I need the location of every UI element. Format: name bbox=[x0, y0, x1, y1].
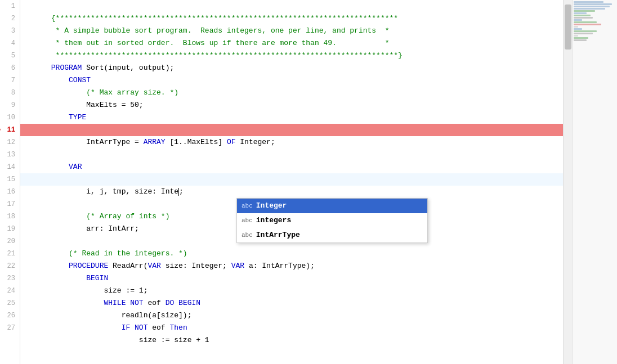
code-line-8: MaxElts = 50; bbox=[20, 87, 563, 99]
minimap-line-15 bbox=[574, 33, 593, 34]
line-num-22: 22 bbox=[2, 260, 15, 272]
minimap-line-17 bbox=[574, 37, 588, 39]
line-num-5: 5 bbox=[2, 50, 15, 62]
line-num-4: 4 bbox=[2, 37, 15, 50]
code-line-10: (* Type of the element array. *) bbox=[20, 111, 563, 124]
minimap-line-12 bbox=[574, 26, 578, 28]
code-line-1: {***************************************… bbox=[20, 0, 563, 12]
line-num-27: 27 bbox=[2, 322, 15, 334]
minimap-line-16 bbox=[574, 35, 578, 37]
code-line-26: IF NOT eof Then bbox=[20, 309, 563, 322]
minimap-line-8 bbox=[574, 17, 593, 19]
minimap-line-14 bbox=[574, 30, 597, 32]
line-num-1: 1 bbox=[2, 0, 15, 12]
code-line-9: TYPE bbox=[20, 99, 563, 111]
line-num-12: 12 bbox=[2, 136, 15, 149]
minimap-line-13 bbox=[574, 28, 582, 30]
code-line-15[interactable]: i, j, tmp, size: Inte; bbox=[20, 173, 563, 186]
minimap-content bbox=[573, 0, 617, 43]
line-num-21: 21 bbox=[2, 248, 15, 260]
code-line-23: size := 1; bbox=[20, 272, 563, 285]
editor-container: 1 2 3 4 5 6 7 8 9 10 ●11 12 13 14 15 16 … bbox=[0, 0, 617, 364]
line-num-14: 14 bbox=[2, 161, 15, 173]
line-num-26: 26 bbox=[2, 309, 15, 322]
line-numbers: 1 2 3 4 5 6 7 8 9 10 ●11 12 13 14 15 16 … bbox=[0, 0, 20, 364]
minimap-line-9 bbox=[574, 19, 582, 21]
ac-label-2: integers bbox=[256, 213, 291, 228]
line-num-10: 10 bbox=[2, 111, 15, 124]
line-num-19: 19 bbox=[2, 223, 15, 235]
code-line-3: * them out in sorted order. Blows up if … bbox=[20, 25, 563, 37]
ac-type-1: abc bbox=[242, 199, 253, 213]
ac-label-3: IntArrType bbox=[256, 228, 300, 242]
code-line-24: WHILE NOT eof DO BEGIN bbox=[20, 285, 563, 297]
line-num-3: 3 bbox=[2, 25, 15, 37]
minimap-line-1 bbox=[574, 1, 603, 3]
minimap-line-3 bbox=[574, 6, 610, 7]
line-num-15: 15 bbox=[2, 173, 15, 186]
minimap-line-7 bbox=[574, 15, 591, 16]
line-num-7: 7 bbox=[2, 74, 15, 87]
ac-type-3: abc bbox=[242, 228, 253, 242]
code-line-22: BEGIN bbox=[20, 260, 563, 272]
code-line-21: PROCEDURE ReadArr(VAR size: Integer; VAR… bbox=[20, 248, 563, 260]
autocomplete-dropdown[interactable]: abc Integer abc integers abc IntArrType bbox=[236, 198, 428, 243]
line-num-24: 24 bbox=[2, 285, 15, 297]
line-num-23: 23 bbox=[2, 272, 15, 285]
code-line-4: ****************************************… bbox=[20, 37, 563, 50]
code-line-12 bbox=[20, 136, 563, 149]
line-num-18: 18 bbox=[2, 210, 15, 223]
minimap-line-5 bbox=[574, 10, 595, 12]
line-num-25: 25 bbox=[2, 297, 15, 309]
code-line-16 bbox=[20, 186, 563, 198]
code-line-7: (* Max array size. *) bbox=[20, 74, 563, 87]
code-line-6: CONST bbox=[20, 62, 563, 74]
code-line-11: IntArrType = ARRAY [1..MaxElts] OF Integ… bbox=[20, 124, 563, 136]
autocomplete-item-integers[interactable]: abc integers bbox=[237, 213, 427, 228]
line-num-9: 9 bbox=[2, 99, 15, 111]
minimap-line-6 bbox=[574, 12, 587, 14]
code-area[interactable]: {***************************************… bbox=[20, 0, 563, 364]
line-num-8: 8 bbox=[2, 87, 15, 99]
scrollbar[interactable] bbox=[563, 0, 572, 364]
code-line-13: VAR bbox=[20, 149, 563, 161]
scrollbar-thumb[interactable] bbox=[565, 5, 571, 50]
minimap-line-11 bbox=[574, 24, 601, 25]
minimap-line-10 bbox=[574, 21, 597, 23]
minimap-line-4 bbox=[574, 8, 605, 10]
code-line-2: * A simple bubble sort program. Reads in… bbox=[20, 12, 563, 25]
minimap bbox=[572, 0, 617, 364]
line-num-16: 16 bbox=[2, 186, 15, 198]
minimap-line-2 bbox=[574, 3, 612, 5]
minimap-line-18 bbox=[574, 39, 587, 41]
line-num-2: 2 bbox=[2, 12, 15, 25]
code-line-5: PROGRAM Sort(input, output); bbox=[20, 50, 563, 62]
code-line-25: readln(a[size]); bbox=[20, 297, 563, 309]
code-text-27: size := size + 1 bbox=[51, 336, 209, 344]
code-line-14: (* Indexes, exchange temp, array size. *… bbox=[20, 161, 563, 173]
line-num-20: 20 bbox=[2, 235, 15, 248]
line-num-13: 13 bbox=[2, 149, 15, 161]
ac-label-1: Integer bbox=[256, 199, 287, 213]
line-num-11: ●11 bbox=[2, 124, 15, 136]
autocomplete-item-integer[interactable]: abc Integer bbox=[237, 199, 427, 213]
autocomplete-item-intarrtype[interactable]: abc IntArrType bbox=[237, 228, 427, 242]
ac-type-2: abc bbox=[242, 213, 253, 228]
code-line-27: size := size + 1 bbox=[20, 322, 563, 334]
line-num-6: 6 bbox=[2, 62, 15, 74]
line-num-17: 17 bbox=[2, 198, 15, 210]
